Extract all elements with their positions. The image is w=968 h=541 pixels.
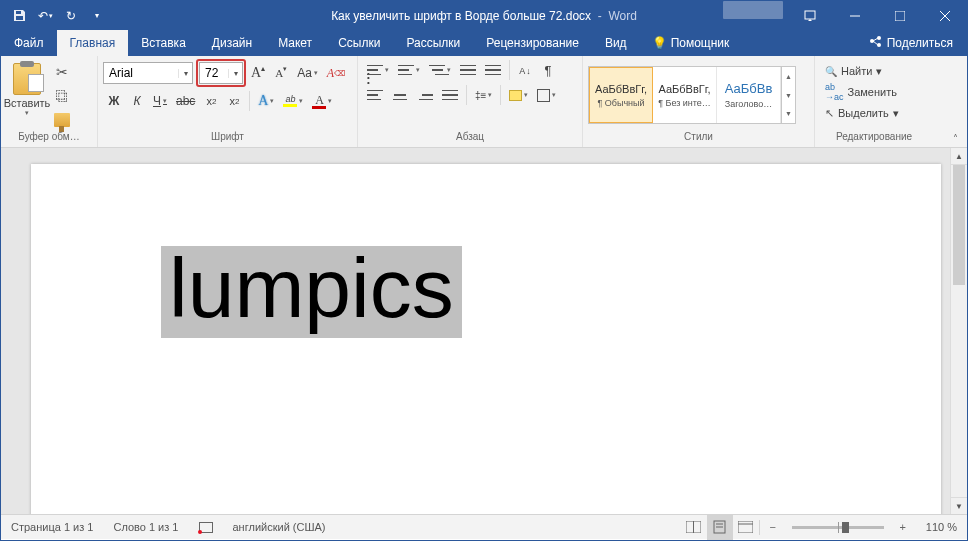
- page[interactable]: lumpics: [31, 164, 941, 514]
- tab-view[interactable]: Вид: [592, 30, 640, 56]
- decrease-indent-button[interactable]: [456, 59, 480, 81]
- tab-file[interactable]: Файл: [1, 30, 57, 56]
- styles-up-button[interactable]: ▲: [782, 67, 795, 86]
- group-clipboard: Вставить ▾ Буфер обм…: [1, 56, 98, 147]
- zoom-out-button[interactable]: −: [760, 515, 786, 540]
- share-icon: [869, 35, 882, 51]
- quick-access-toolbar: ↶▾ ↻ ▾: [1, 4, 109, 28]
- tab-insert[interactable]: Вставка: [128, 30, 199, 56]
- find-icon: [825, 65, 837, 77]
- proofing-button[interactable]: [189, 515, 223, 539]
- increase-indent-button[interactable]: [481, 59, 505, 81]
- share-label: Поделиться: [887, 36, 953, 50]
- strikethrough-button[interactable]: abc: [172, 90, 199, 112]
- superscript-button[interactable]: x2: [223, 90, 245, 112]
- minimize-button[interactable]: [832, 1, 877, 30]
- styles-gallery: АаБбВвГг, ¶ Обычный АаБбВвГг, ¶ Без инте…: [588, 66, 796, 124]
- user-account[interactable]: [723, 1, 783, 19]
- shading-button[interactable]: ▾: [505, 84, 532, 106]
- svg-line-10: [873, 38, 878, 41]
- zoom-level[interactable]: 110 %: [916, 521, 967, 533]
- format-painter-button[interactable]: [50, 109, 74, 131]
- align-right-button[interactable]: [413, 84, 437, 106]
- tab-mailings[interactable]: Рассылки: [393, 30, 473, 56]
- undo-button[interactable]: ↶▾: [33, 4, 57, 28]
- ribbon-options-button[interactable]: [787, 1, 832, 30]
- scroll-thumb[interactable]: [953, 165, 965, 285]
- sort-button[interactable]: [514, 59, 536, 81]
- maximize-button[interactable]: [877, 1, 922, 30]
- close-button[interactable]: [922, 1, 967, 30]
- numbering-button[interactable]: ▾: [394, 59, 424, 81]
- paste-button[interactable]: Вставить ▾: [6, 59, 48, 125]
- italic-button[interactable]: К: [126, 90, 148, 112]
- print-layout-button[interactable]: [707, 515, 733, 540]
- svg-line-11: [873, 41, 878, 45]
- font-name-dropdown[interactable]: ▾: [178, 69, 192, 78]
- tab-design[interactable]: Дизайн: [199, 30, 265, 56]
- tab-references[interactable]: Ссылки: [325, 30, 393, 56]
- word-count[interactable]: Слово 1 из 1: [103, 515, 188, 539]
- replace-button[interactable]: ab→acЗаменить: [820, 82, 904, 102]
- scroll-down-button[interactable]: ▼: [951, 497, 967, 514]
- tab-home[interactable]: Главная: [57, 30, 129, 56]
- style-heading1[interactable]: АаБбВв Заголово…: [717, 67, 781, 123]
- pilcrow-icon: [545, 63, 552, 78]
- scroll-up-button[interactable]: ▲: [951, 148, 967, 165]
- web-layout-button[interactable]: [733, 515, 759, 540]
- styles-more-button[interactable]: ▼: [782, 104, 795, 123]
- qat-customize-button[interactable]: ▾: [85, 4, 109, 28]
- separator: [249, 91, 250, 111]
- language-button[interactable]: английский (США): [223, 515, 336, 539]
- read-mode-button[interactable]: [681, 515, 707, 540]
- zoom-in-button[interactable]: +: [890, 515, 916, 540]
- title-bar: ↶▾ ↻ ▾ Как увеличить шрифт в Ворде больш…: [1, 1, 967, 30]
- share-button[interactable]: Поделиться: [855, 35, 967, 51]
- subscript-button[interactable]: x2: [200, 90, 222, 112]
- justify-button[interactable]: [438, 84, 462, 106]
- grow-font-button[interactable]: A▴: [247, 62, 269, 84]
- font-size-dropdown[interactable]: ▾: [228, 69, 242, 78]
- paste-icon: [13, 63, 41, 95]
- align-center-button[interactable]: [388, 84, 412, 106]
- tab-review[interactable]: Рецензирование: [473, 30, 592, 56]
- zoom-slider[interactable]: [792, 526, 884, 529]
- redo-button[interactable]: ↻: [59, 4, 83, 28]
- page-count[interactable]: Страница 1 из 1: [1, 515, 103, 539]
- find-button[interactable]: Найти▾: [820, 61, 904, 81]
- select-button[interactable]: Выделить▾: [820, 103, 904, 123]
- copy-button[interactable]: [50, 85, 74, 107]
- bullets-button[interactable]: ▾: [363, 59, 393, 81]
- style-no-spacing[interactable]: АаБбВвГг, ¶ Без инте…: [653, 67, 717, 123]
- selected-text[interactable]: lumpics: [161, 246, 462, 338]
- font-name-combo[interactable]: Arial ▾: [103, 62, 193, 84]
- zoom-thumb[interactable]: [842, 522, 849, 533]
- font-color-button[interactable]: A▾: [308, 90, 336, 112]
- underline-button[interactable]: Ч▾: [149, 90, 171, 112]
- style-normal[interactable]: АаБбВвГг, ¶ Обычный: [589, 67, 653, 123]
- highlight-color-button[interactable]: ab▾: [279, 90, 307, 112]
- cut-button[interactable]: [50, 61, 74, 83]
- shrink-font-button[interactable]: A▾: [270, 62, 292, 84]
- styles-down-button[interactable]: ▼: [782, 86, 795, 105]
- align-left-button[interactable]: [363, 84, 387, 106]
- change-case-button[interactable]: Aa▾: [293, 62, 322, 84]
- tab-layout[interactable]: Макет: [265, 30, 325, 56]
- text-effects-button[interactable]: A▾: [254, 90, 278, 112]
- bold-button[interactable]: Ж: [103, 90, 125, 112]
- font-size-combo[interactable]: 72 ▾: [199, 62, 243, 84]
- styles-gallery-scroll: ▲ ▼ ▼: [781, 67, 795, 123]
- multilevel-list-button[interactable]: ▾: [425, 59, 455, 81]
- borders-button[interactable]: ▾: [533, 84, 560, 106]
- collapse-ribbon-button[interactable]: ˄: [947, 131, 963, 145]
- show-marks-button[interactable]: [537, 59, 559, 81]
- vertical-scrollbar[interactable]: ▲ ▼: [950, 148, 967, 514]
- tell-me-field[interactable]: 💡 Помощник: [640, 30, 742, 56]
- font-group-label: Шрифт: [103, 131, 352, 147]
- clear-format-button[interactable]: A⌫: [323, 62, 349, 84]
- tell-me-label: Помощник: [671, 36, 730, 50]
- save-button[interactable]: [7, 4, 31, 28]
- line-spacing-button[interactable]: ‡≡▾: [471, 84, 496, 106]
- font-size-value: 72: [200, 66, 228, 80]
- bulb-icon: 💡: [652, 36, 667, 50]
